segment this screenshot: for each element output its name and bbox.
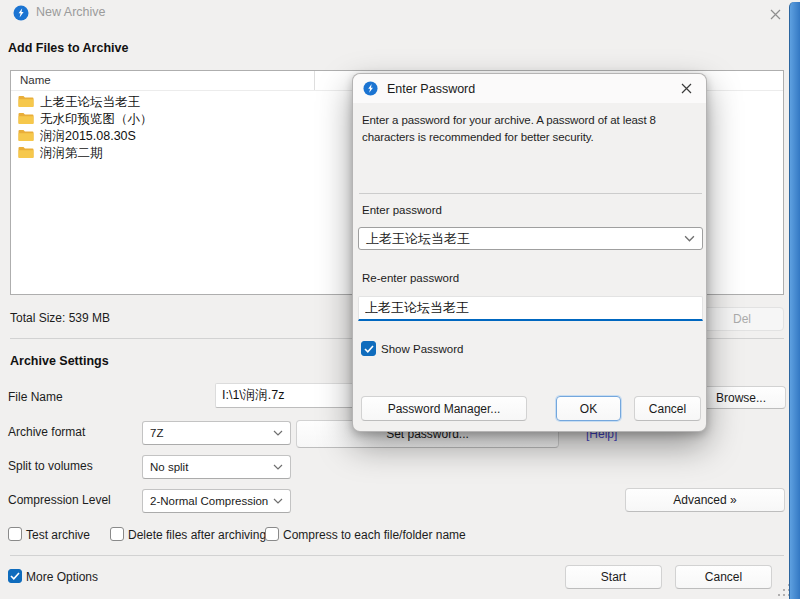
total-size-text: Total Size: 539 MB bbox=[10, 311, 110, 325]
folder-icon bbox=[18, 112, 34, 128]
reenter-password-label: Re-enter password bbox=[362, 272, 459, 284]
chevron-down-icon bbox=[273, 430, 283, 436]
archive-format-value: 7Z bbox=[150, 427, 163, 439]
divider bbox=[359, 193, 702, 194]
delete-file-button[interactable]: Del bbox=[700, 307, 784, 331]
more-options-label: More Options bbox=[26, 570, 98, 584]
split-volumes-dropdown[interactable]: No split bbox=[142, 455, 291, 479]
enter-password-label: Enter password bbox=[362, 204, 442, 216]
dialog-title: Enter Password bbox=[387, 82, 475, 96]
archive-format-dropdown[interactable]: 7Z bbox=[142, 421, 291, 445]
main-cancel-button[interactable]: Cancel bbox=[675, 565, 772, 589]
section-archive-settings-heading: Archive Settings bbox=[10, 354, 109, 368]
compression-level-value: 2-Normal Compression bbox=[150, 495, 268, 507]
folder-icon bbox=[18, 95, 34, 111]
test-archive-checkbox[interactable] bbox=[8, 527, 22, 541]
advanced-button[interactable]: Advanced » bbox=[625, 488, 785, 512]
password-combobox[interactable]: 上老王论坛当老王 bbox=[358, 227, 703, 250]
ok-button[interactable]: OK bbox=[556, 396, 621, 421]
column-divider[interactable] bbox=[314, 71, 315, 90]
archive-format-label: Archive format bbox=[8, 425, 85, 439]
column-header-name: Name bbox=[20, 74, 51, 86]
divider bbox=[10, 555, 784, 556]
dialog-close-icon[interactable] bbox=[676, 79, 696, 99]
more-options-checkbox[interactable] bbox=[8, 569, 22, 583]
file-name: 上老王论坛当老王 bbox=[40, 94, 140, 111]
file-name-label: File Name bbox=[8, 390, 63, 404]
dialog-cancel-button[interactable]: Cancel bbox=[634, 396, 701, 421]
background-window-edge[interactable] bbox=[789, 2, 800, 599]
delete-files-checkbox[interactable] bbox=[110, 527, 124, 541]
file-name: 无水印预览图（小） bbox=[40, 111, 153, 128]
enter-password-dialog: Enter Password Enter a password for your… bbox=[352, 73, 707, 432]
password-manager-button[interactable]: Password Manager... bbox=[361, 396, 527, 421]
chevron-down-icon bbox=[684, 235, 695, 242]
file-name: 润润2015.08.30S bbox=[40, 128, 136, 145]
dialog-description: Enter a password for your archive. A pas… bbox=[362, 112, 702, 147]
folder-icon bbox=[18, 146, 34, 162]
compress-each-label: Compress to each file/folder name bbox=[283, 528, 466, 542]
delete-files-label: Delete files after archiving bbox=[128, 528, 266, 542]
window-title: New Archive bbox=[36, 5, 105, 19]
check-icon bbox=[364, 345, 374, 353]
password-value: 上老王论坛当老王 bbox=[366, 230, 470, 248]
show-password-label: Show Password bbox=[381, 343, 463, 355]
split-volumes-label: Split to volumes bbox=[8, 459, 93, 473]
section-add-files-heading: Add Files to Archive bbox=[8, 41, 128, 55]
compress-each-checkbox[interactable] bbox=[265, 527, 279, 541]
compression-level-label: Compression Level bbox=[8, 493, 111, 507]
compression-level-dropdown[interactable]: 2-Normal Compression bbox=[142, 489, 291, 513]
folder-icon bbox=[18, 129, 34, 145]
file-name: 润润第二期 bbox=[40, 145, 103, 162]
app-logo-icon bbox=[13, 5, 29, 25]
show-password-checkbox[interactable] bbox=[361, 341, 376, 356]
reenter-password-input[interactable] bbox=[358, 296, 703, 321]
start-button[interactable]: Start bbox=[565, 565, 662, 589]
chevron-down-icon bbox=[273, 464, 283, 470]
browse-button[interactable]: Browse... bbox=[696, 386, 786, 409]
check-icon bbox=[10, 572, 20, 580]
dialog-titlebar: Enter Password bbox=[353, 74, 706, 103]
split-volumes-value: No split bbox=[150, 461, 188, 473]
test-archive-label: Test archive bbox=[26, 528, 90, 542]
app-logo-icon bbox=[363, 81, 378, 96]
chevron-down-icon bbox=[273, 498, 283, 504]
window-close-icon[interactable] bbox=[764, 4, 786, 24]
